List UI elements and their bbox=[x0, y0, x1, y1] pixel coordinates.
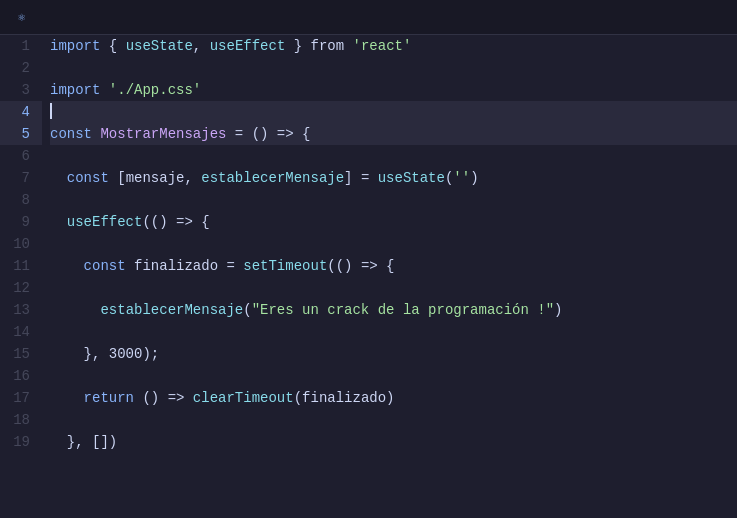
token-kw: return bbox=[84, 387, 134, 409]
line-number: 10 bbox=[0, 233, 42, 255]
line-number: 4 bbox=[0, 101, 42, 123]
line-number: 13 bbox=[0, 299, 42, 321]
code-line bbox=[50, 233, 737, 255]
token-plain bbox=[50, 299, 100, 321]
token-fn: setTimeout bbox=[243, 255, 327, 277]
code-line: import './App.css' bbox=[50, 79, 737, 101]
token-kw: const bbox=[67, 167, 109, 189]
editor: 12345678910111213141516171819 import { u… bbox=[0, 35, 737, 518]
code-line: }, []) bbox=[50, 431, 737, 453]
token-plain: ( bbox=[445, 167, 453, 189]
line-number: 2 bbox=[0, 57, 42, 79]
token-var: finalizado bbox=[302, 387, 386, 409]
line-number: 15 bbox=[0, 343, 42, 365]
code-line bbox=[50, 277, 737, 299]
token-plain: (() => { bbox=[142, 211, 209, 233]
line-number: 8 bbox=[0, 189, 42, 211]
code-line: useEffect(() => { bbox=[50, 211, 737, 233]
token-plain bbox=[92, 123, 100, 145]
token-fn: useState bbox=[378, 167, 445, 189]
token-plain bbox=[50, 167, 67, 189]
token-plain: ) bbox=[470, 167, 478, 189]
line-number: 1 bbox=[0, 35, 42, 57]
code-line: return () => clearTimeout(finalizado) bbox=[50, 387, 737, 409]
token-plain: }, 3000); bbox=[50, 343, 159, 365]
token-plain: (() => { bbox=[327, 255, 394, 277]
token-plain: ) bbox=[386, 387, 394, 409]
code-line bbox=[50, 101, 737, 123]
code-area[interactable]: import { useState, useEffect } from 'rea… bbox=[42, 35, 737, 518]
line-number: 19 bbox=[0, 431, 42, 453]
token-str: './App.css' bbox=[109, 79, 201, 101]
token-plain: ] = bbox=[344, 167, 378, 189]
line-number: 6 bbox=[0, 145, 42, 167]
line-number: 17 bbox=[0, 387, 42, 409]
token-plain: { bbox=[100, 35, 125, 57]
token-plain: [ bbox=[109, 167, 126, 189]
line-number: 11 bbox=[0, 255, 42, 277]
token-plain: }, []) bbox=[50, 431, 117, 453]
code-line: import { useState, useEffect } from 'rea… bbox=[50, 35, 737, 57]
token-kw: const bbox=[50, 123, 92, 145]
code-line bbox=[50, 57, 737, 79]
token-plain bbox=[344, 35, 352, 57]
token-plain: () => bbox=[134, 387, 193, 409]
line-numbers: 12345678910111213141516171819 bbox=[0, 35, 42, 518]
line-number: 12 bbox=[0, 277, 42, 299]
token-plain: ) bbox=[554, 299, 562, 321]
token-str: '' bbox=[453, 167, 470, 189]
line-number: 5 bbox=[0, 123, 42, 145]
line-number: 9 bbox=[0, 211, 42, 233]
line-number: 16 bbox=[0, 365, 42, 387]
token-fn: clearTimeout bbox=[193, 387, 294, 409]
token-fn: establecerMensaje bbox=[201, 167, 344, 189]
token-plain: , bbox=[193, 35, 210, 57]
code-line bbox=[50, 409, 737, 431]
token-fn: useEffect bbox=[210, 35, 286, 57]
token-plain: = bbox=[218, 255, 243, 277]
code-line: const finalizado = setTimeout(() => { bbox=[50, 255, 737, 277]
code-line: establecerMensaje("Eres un crack de la p… bbox=[50, 299, 737, 321]
token-plain: , bbox=[184, 167, 201, 189]
token-fn: establecerMensaje bbox=[100, 299, 243, 321]
token-plain bbox=[50, 211, 67, 233]
token-kw: const bbox=[84, 255, 126, 277]
token-plain bbox=[50, 387, 84, 409]
token-from-kw: from bbox=[311, 35, 345, 57]
token-fn: useEffect bbox=[67, 211, 143, 233]
line-number: 7 bbox=[0, 167, 42, 189]
text-cursor bbox=[50, 103, 52, 119]
token-plain: ( bbox=[243, 299, 251, 321]
token-plain: ( bbox=[294, 387, 302, 409]
token-str: "Eres un crack de la programación !" bbox=[252, 299, 554, 321]
token-plain bbox=[126, 255, 134, 277]
token-str: 'react' bbox=[353, 35, 412, 57]
token-const-name: MostrarMensajes bbox=[100, 123, 226, 145]
code-line bbox=[50, 321, 737, 343]
code-line bbox=[50, 189, 737, 211]
line-number: 3 bbox=[0, 79, 42, 101]
code-line: const MostrarMensajes = () => { bbox=[50, 123, 737, 145]
token-plain: } bbox=[285, 35, 310, 57]
token-var: mensaje bbox=[126, 167, 185, 189]
tab-item[interactable]: ⚛ bbox=[8, 0, 65, 34]
code-line bbox=[50, 365, 737, 387]
token-kw: import bbox=[50, 35, 100, 57]
token-var: finalizado bbox=[134, 255, 218, 277]
code-line: const [mensaje, establecerMensaje] = use… bbox=[50, 167, 737, 189]
react-icon: ⚛ bbox=[18, 10, 25, 25]
line-number: 18 bbox=[0, 409, 42, 431]
token-plain: = () => { bbox=[226, 123, 310, 145]
token-plain bbox=[50, 255, 84, 277]
code-line: }, 3000); bbox=[50, 343, 737, 365]
token-plain bbox=[100, 79, 108, 101]
token-kw: import bbox=[50, 79, 100, 101]
code-line bbox=[50, 145, 737, 167]
line-number: 14 bbox=[0, 321, 42, 343]
tab-bar: ⚛ bbox=[0, 0, 737, 35]
token-fn: useState bbox=[126, 35, 193, 57]
